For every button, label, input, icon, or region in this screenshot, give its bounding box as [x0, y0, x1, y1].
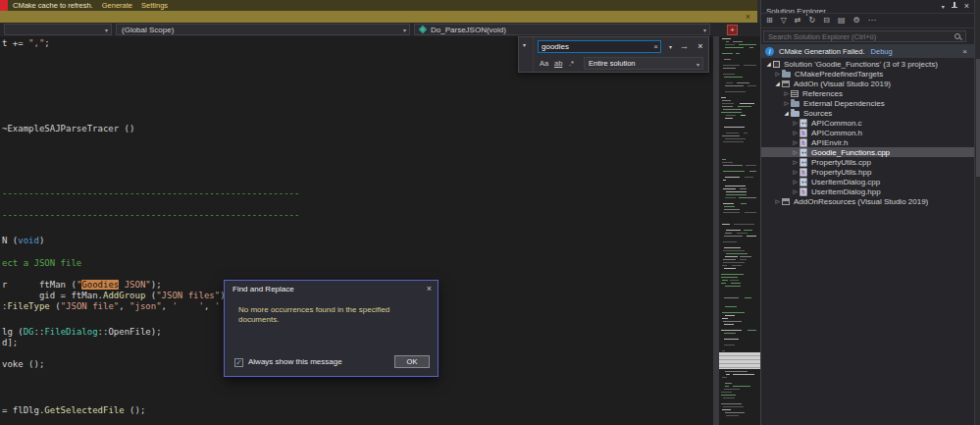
- folder-icon: [782, 72, 791, 78]
- tree-item-addon-visual-studio-2019[interactable]: ◢AddOn (Visual Studio 2019): [761, 79, 974, 88]
- code-segment: AddGroup: [103, 291, 145, 300]
- banner-message: CMake cache to refresh.: [13, 1, 93, 10]
- tree-item-external-dependencies[interactable]: ▷External Dependencies: [761, 98, 974, 108]
- code-segment: ' ': [172, 301, 204, 311]
- window-position-icon[interactable]: ▾: [942, 3, 945, 10]
- properties-icon[interactable]: ⚙: [853, 14, 860, 27]
- switch-views-icon[interactable]: ⊞: [766, 14, 773, 27]
- member-dropdown[interactable]: Do_ParseJSON(void) ▾: [414, 24, 710, 35]
- collapsed-arrow-icon[interactable]: ▷: [791, 130, 799, 135]
- code-line: lg (DG::FileDialog::OpenFile);: [2, 327, 162, 337]
- collapsed-arrow-icon[interactable]: ▷: [773, 198, 782, 204]
- tree-item-sources[interactable]: ◢Sources: [761, 108, 974, 118]
- search-match-highlight: Goodies: [81, 280, 119, 290]
- tree-item-propertyutils-hpp[interactable]: ▷PropertyUtils.hpp: [761, 167, 974, 177]
- solution-explorer-search: [763, 30, 966, 42]
- code-line: ----------------------------------------…: [2, 210, 299, 220]
- panel-close-icon[interactable]: ×: [964, 2, 969, 11]
- dialog-close-icon[interactable]: ×: [427, 284, 432, 293]
- tree-item-label: AddOnResources (Visual Studio 2019): [794, 197, 928, 206]
- more-options-icon[interactable]: ⋯: [868, 14, 876, 27]
- tree-item-references[interactable]: ▷References: [761, 88, 974, 98]
- pin-icon[interactable]: [951, 2, 958, 11]
- find-input[interactable]: [539, 41, 660, 52]
- collapse-all-icon[interactable]: ⊟: [823, 14, 830, 27]
- scope-dropdown[interactable]: (Global Scope) ▾: [116, 24, 410, 35]
- code-segment: ftMan: [39, 280, 66, 290]
- h-icon: [799, 138, 807, 147]
- expanded-arrow-icon[interactable]: ◢: [764, 61, 773, 67]
- solution-icon: [773, 61, 780, 68]
- scrollbar-thumb[interactable]: [976, 59, 980, 177]
- expanded-arrow-icon[interactable]: ◢: [782, 110, 791, 116]
- find-input-wrap: ×: [538, 40, 661, 53]
- refresh-icon[interactable]: ↻: [809, 14, 816, 27]
- tree-item-goodie-functions-cpp[interactable]: ▷Goodie_Functions.cpp: [761, 147, 974, 157]
- debug-link[interactable]: Debug: [871, 47, 893, 56]
- code-segment: d];: [2, 338, 18, 347]
- expand-to-replace-button[interactable]: ▾: [519, 37, 534, 72]
- chevron-down-icon: ▾: [703, 27, 706, 33]
- collapsed-arrow-icon[interactable]: ▷: [791, 188, 799, 194]
- collapsed-arrow-icon[interactable]: ▷: [791, 179, 799, 185]
- cpp-icon: [799, 178, 807, 186]
- tree-item-apicommon-h[interactable]: ▷APICommon.h: [761, 128, 974, 137]
- code-line: r ftMan ("Goodies JSON");: [2, 280, 162, 290]
- ok-button[interactable]: OK: [394, 355, 430, 368]
- panel-scrollbar[interactable]: [974, 0, 980, 425]
- search-scope-dropdown[interactable]: Entire solution ▾: [584, 57, 703, 70]
- code-segment: );: [151, 327, 162, 337]
- find-popup-close-icon[interactable]: ×: [694, 40, 707, 53]
- tree-item-apicommon-c[interactable]: ▷APICommon.c: [761, 118, 974, 128]
- expanded-arrow-icon[interactable]: ◢: [773, 80, 782, 86]
- infobar-close-icon[interactable]: ×: [962, 47, 967, 56]
- collapsed-arrow-icon[interactable]: ▷: [782, 90, 791, 96]
- always-show-checkbox[interactable]: ✓: [234, 358, 243, 367]
- collapsed-arrow-icon[interactable]: ▷: [782, 100, 791, 106]
- filter-icon[interactable]: ▽: [781, 14, 787, 27]
- tree-item-useritemdialog-hpp[interactable]: ▷UserItemDialog.hpp: [761, 186, 974, 196]
- project-dropdown[interactable]: ▾: [4, 24, 112, 35]
- tree-item-solution-goodie-functions-3-of-3-projects[interactable]: ◢Solution 'Goodie_Functions' (3 of 3 pro…: [761, 59, 974, 69]
- banner-close-icon[interactable]: ×: [746, 11, 750, 23]
- code-line: ~ExampleSAJParseTracer (): [2, 124, 134, 133]
- code-segment: ~ExampleSAJParseTracer (): [2, 124, 134, 133]
- tree-item-addonresources-visual-studio-2019[interactable]: ▷AddOnResources (Visual Studio 2019): [761, 196, 974, 206]
- code-line: = flDlg.GetSelectedFile ();: [2, 405, 145, 415]
- code-segment: ,: [204, 301, 215, 311]
- h-icon: [799, 168, 807, 177]
- collapsed-arrow-icon[interactable]: ▷: [791, 139, 799, 145]
- generate-link[interactable]: Generate: [102, 1, 132, 10]
- tree-item-propertyutils-cpp[interactable]: ▷PropertyUtils.cpp: [761, 157, 974, 167]
- info-icon: [765, 47, 774, 56]
- tree-item-label: Solution 'Goodie_Functions' (3 of 3 proj…: [784, 60, 938, 69]
- code-segment: (: [145, 291, 156, 300]
- minimap[interactable]: [719, 36, 760, 425]
- scroll-error-marker[interactable]: +: [727, 25, 738, 35]
- find-next-icon[interactable]: →: [677, 40, 692, 53]
- code-segment: t +=: [2, 38, 28, 48]
- find-popup: ▾ × ▾ → × Aa ab .* Entire solution ▾: [518, 36, 709, 73]
- code-line: :FileType ("JSON file", "json", ' ', ' '…: [2, 301, 257, 311]
- tree-item-cmakepredefinedtargets[interactable]: ▷CMakePredefinedTargets: [761, 69, 974, 79]
- collapsed-arrow-icon[interactable]: ▷: [791, 149, 799, 155]
- tree-item-useritemdialog-cpp[interactable]: ▷UserItemDialog.cpp: [761, 177, 974, 186]
- collapsed-arrow-icon[interactable]: ▷: [791, 159, 799, 165]
- collapsed-arrow-icon[interactable]: ▷: [773, 71, 782, 77]
- search-history-dropdown-icon[interactable]: ▾: [665, 40, 676, 53]
- show-all-files-icon[interactable]: ▤: [838, 14, 846, 27]
- code-segment: r: [2, 280, 39, 290]
- sync-with-active-document-icon[interactable]: ⇄: [795, 14, 801, 27]
- solution-explorer-search-input[interactable]: [764, 31, 965, 41]
- clear-search-icon[interactable]: ×: [653, 42, 658, 51]
- whole-word-toggle[interactable]: ab: [554, 59, 562, 68]
- settings-link[interactable]: Settings: [141, 1, 168, 10]
- collapsed-arrow-icon[interactable]: ▷: [791, 169, 799, 175]
- tree-item-apienvir-h[interactable]: ▷APIEnvir.h: [761, 137, 974, 147]
- match-case-toggle[interactable]: Aa: [540, 59, 548, 68]
- code-line: voke ();: [2, 359, 44, 369]
- tree-item-label: UserItemDialog.hpp: [811, 187, 881, 196]
- collapsed-arrow-icon[interactable]: ▷: [791, 120, 799, 126]
- code-segment: DG: [24, 327, 34, 337]
- regex-toggle[interactable]: .*: [569, 59, 574, 68]
